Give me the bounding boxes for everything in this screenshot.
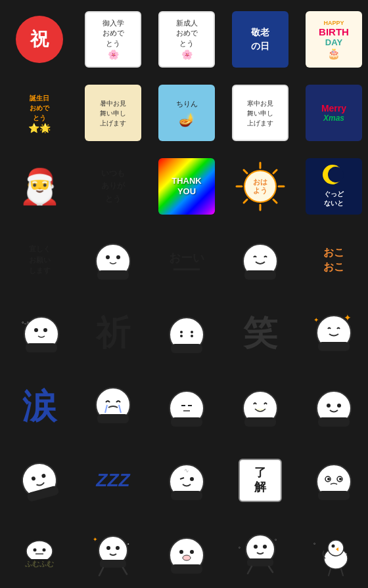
- svg-line-68: [123, 568, 127, 574]
- sticker-onigiri-normal[interactable]: [76, 223, 150, 297]
- svg-point-43: [337, 404, 341, 408]
- svg-rect-20: [171, 344, 202, 353]
- sticker-onigiri-smirk[interactable]: [297, 370, 368, 444]
- sticker-onigiri-run[interactable]: ✦ ∘: [76, 517, 150, 588]
- sticker-onigiri-open[interactable]: [150, 517, 223, 588]
- sticker-onigiri-dot-eyes[interactable]: [150, 297, 223, 370]
- sticker-warau[interactable]: 笑: [223, 297, 297, 370]
- sticker-onigiri-blank[interactable]: [150, 370, 223, 444]
- svg-line-80: [248, 566, 252, 574]
- onigiri-svg: [93, 239, 133, 282]
- onigiri-star-svg: ✦ ✦: [311, 309, 357, 355]
- sticker-hbd[interactable]: HAPPY BIRTH DAY 🎂: [297, 3, 368, 76]
- svg-text:∘: ∘: [127, 541, 129, 546]
- sticker-thankyou[interactable]: THANKYOU: [150, 150, 223, 223]
- sticker-tanjoubi[interactable]: 誕生日おめでとう ⭐🌟: [3, 76, 76, 150]
- svg-line-67: [99, 568, 103, 576]
- svg-rect-26: [318, 342, 350, 351]
- svg-rect-49: [171, 491, 202, 500]
- bird-svg: ° ∘: [311, 531, 357, 577]
- sticker-onigiri-happy[interactable]: [223, 223, 297, 297]
- svg-text:°: °: [313, 542, 315, 548]
- sticker-onigiri-jump[interactable]: ° °: [223, 517, 297, 588]
- svg-text:∘: ∘: [345, 551, 348, 555]
- svg-text:∿: ∿: [184, 467, 189, 474]
- sticker-santa[interactable]: 🎅: [3, 150, 76, 223]
- onigiri-doteyes-svg: [167, 312, 206, 355]
- sticker-oii[interactable]: おーい: [150, 223, 223, 297]
- sticker-iwai[interactable]: 祝: [3, 3, 76, 76]
- sticker-bird[interactable]: ° ∘: [297, 517, 368, 588]
- sticker-onigiri-cry[interactable]: [76, 370, 150, 444]
- sticker-kanchuumimai[interactable]: 寒中お見舞い申し上げます: [223, 76, 297, 150]
- svg-point-59: [26, 541, 53, 559]
- svg-point-23: [180, 335, 183, 337]
- onigiri-smirk-svg: [314, 386, 354, 429]
- onigiri-run-svg: ✦ ∘: [90, 531, 136, 577]
- svg-point-85: [328, 540, 344, 556]
- sticker-onigiri-shy[interactable]: °ᵕ°: [3, 297, 76, 370]
- svg-point-42: [327, 404, 331, 408]
- svg-text:✦: ✦: [344, 312, 352, 323]
- sticker-fumu[interactable]: ふむふむ: [3, 517, 76, 588]
- sticker-chirin[interactable]: ちりん 🪔: [150, 76, 223, 150]
- svg-point-61: [43, 548, 46, 551]
- sticker-nyuugaku[interactable]: 御入学おめでとう 🌸: [76, 3, 150, 76]
- svg-point-60: [34, 548, 37, 551]
- svg-text:°: °: [275, 538, 277, 544]
- svg-point-66: [116, 546, 120, 550]
- onigiri-scared-svg: [314, 459, 354, 502]
- sticker-onigiri-lean[interactable]: [3, 444, 76, 517]
- sticker-goodnight[interactable]: ぐっどないと: [297, 150, 368, 223]
- svg-line-5: [273, 170, 277, 173]
- sticker-grid: 祝 御入学おめでとう 🌸 新成人おめでとう 🌸 敬老の日 H: [0, 0, 368, 588]
- sticker-ryoukai[interactable]: 了解: [223, 444, 297, 517]
- svg-line-6: [244, 200, 247, 203]
- svg-point-51: [190, 477, 194, 481]
- onigiri-jump-svg: ° °: [237, 531, 283, 577]
- sticker-onigiri-star[interactable]: ✦ ✦: [297, 297, 368, 370]
- svg-line-81: [269, 566, 273, 572]
- svg-point-16: [34, 328, 38, 332]
- sticker-onigiri-grin[interactable]: [223, 370, 297, 444]
- svg-point-78: [254, 545, 258, 549]
- svg-point-11: [116, 255, 120, 259]
- sticker-namida[interactable]: 涙: [3, 370, 76, 444]
- svg-text:°ᵕ°: °ᵕ°: [22, 321, 30, 327]
- sticker-kinen[interactable]: 祈: [76, 297, 150, 370]
- iwai-circle: 祝: [16, 16, 63, 63]
- svg-rect-30: [97, 414, 129, 423]
- sticker-merry[interactable]: Merry Xmas: [297, 76, 368, 150]
- svg-point-58: [339, 478, 342, 480]
- svg-point-17: [43, 328, 47, 332]
- svg-text:°: °: [239, 547, 241, 551]
- svg-point-24: [191, 335, 193, 337]
- svg-point-57: [327, 478, 330, 480]
- svg-point-79: [263, 545, 267, 549]
- svg-rect-41: [318, 417, 350, 427]
- svg-rect-39: [244, 417, 276, 427]
- onigiri-cry-svg: [93, 384, 133, 430]
- svg-rect-64: [100, 560, 126, 568]
- sticker-yoroshiku[interactable]: 宜しくお願いします: [3, 223, 76, 297]
- sticker-shochuumimai[interactable]: 暑中お見舞い申し上げます: [76, 76, 150, 150]
- santa-emoji: 🎅: [18, 169, 61, 203]
- sticker-seijin[interactable]: 新成人おめでとう 🌸: [150, 3, 223, 76]
- svg-rect-54: [318, 491, 350, 500]
- sticker-ohayou[interactable]: おはよう: [223, 150, 297, 223]
- sticker-onigiri-scared[interactable]: [297, 444, 368, 517]
- sticker-itsumo[interactable]: いつもありがとう: [76, 150, 150, 223]
- svg-point-65: [106, 546, 110, 550]
- onigiri-side-svg: °ᵕ°: [16, 310, 62, 356]
- svg-text:✦: ✦: [313, 316, 319, 324]
- svg-point-74: [190, 550, 194, 554]
- svg-rect-9: [97, 270, 129, 280]
- sticker-onigiri-wink[interactable]: ∿: [150, 444, 223, 517]
- fumu-face-svg: [23, 539, 56, 559]
- sticker-okoko[interactable]: おこおこ: [297, 223, 368, 297]
- sticker-zzz[interactable]: ZZZ: [76, 444, 150, 517]
- sticker-keirou[interactable]: 敬老の日: [223, 3, 297, 76]
- svg-line-89: [341, 569, 343, 576]
- svg-point-10: [106, 255, 110, 259]
- onigiri-happy-svg: [241, 239, 280, 282]
